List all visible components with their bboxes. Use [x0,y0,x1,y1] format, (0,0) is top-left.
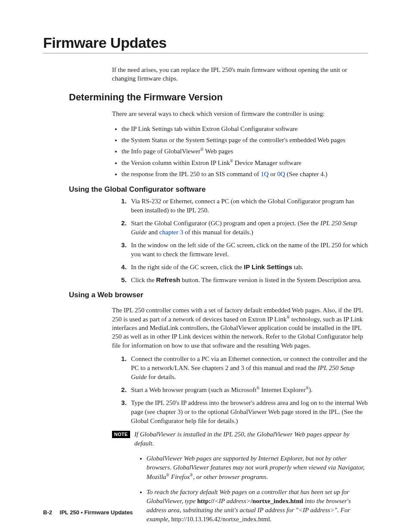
example-url: http://10.13.196.42/nortxe_index.html [171,516,270,523]
link-1q[interactable]: 1Q [261,171,268,177]
link-0q[interactable]: 0Q [277,171,285,177]
text: the response from the IPL 250 to an SIS … [121,171,261,177]
text: , or other browser programs. [193,473,268,480]
text: . [270,516,272,523]
text: Click the [131,277,156,283]
text: In the right side of the GC screen, clic… [131,264,244,271]
ui-element-name: Refresh [156,276,180,283]
note-sublist: GlobalViewer Web pages are supported by … [137,454,368,524]
list-item: the Version column within Extron IP Link… [121,158,368,168]
step-item: Via RS-232 or Ethernet, connect a PC (on… [128,196,368,215]
url-part: /nortxe_index.html [251,498,303,504]
text: Internet Explorer [260,386,306,393]
text: Start a Web browser program (such as Mic… [131,386,256,393]
text: of this manual for details.) [183,229,253,236]
list-item: GlobalViewer Web pages are supported by … [146,454,368,482]
gc-steps: Via RS-232 or Ethernet, connect a PC (on… [116,196,368,285]
url-part: http:// [197,498,215,504]
text: and [147,229,159,236]
web-paragraph: The IPL 250 controller comes with a set … [112,306,368,350]
web-steps: Connect the controller to a PC via an Et… [116,354,368,426]
text: tab. [292,264,303,271]
link-chapter-3[interactable]: chapter 3 [159,229,183,236]
subsection-web: Using a Web browser [69,291,368,299]
text: button. The firmware version is listed i… [180,277,361,283]
note-text: If GlobalViewer is installed in the IPL … [134,430,368,448]
text: the Version column within Extron IP Link [121,159,230,166]
subsection-gc: Using the Global Configurator software [69,185,368,194]
registered-mark: ® [286,315,290,320]
text: the Info page of GlobalViewer [121,148,200,155]
text: (See chapter 4.) [285,171,327,177]
intro-paragraph: If the need arises, you can replace the … [112,65,368,83]
text: <IP address> [215,498,251,504]
page-number: B-2 [43,509,52,516]
registered-mark: ® [305,386,308,390]
registered-mark: ® [256,386,259,390]
page-footer: B-2 IPL 250 • Firmware Updates [43,509,133,516]
text: Firefox [169,473,190,480]
list-item: the response from the IPL 250 to an SIS … [121,170,368,179]
step-item: Connect the controller to a PC via an Et… [128,354,368,382]
text: or [268,171,277,177]
title-divider [43,53,368,53]
section-heading-determining: Determining the Firmware Version [69,92,368,103]
text: Device Manager software [233,159,302,166]
note-block: NOTE If GlobalViewer is installed in the… [112,430,368,448]
text: for details. [147,373,176,380]
list-item: To reach the factory default Web pages o… [146,488,368,524]
registered-mark: ® [190,473,193,477]
footer-text: IPL 250 • Firmware Updates [60,509,133,516]
version-methods-list: the IP Link Settings tab within Extron G… [112,124,368,179]
text: Start the Global Configurator (GC) progr… [131,220,320,227]
registered-mark: ® [230,159,233,163]
step-item: Click the Refresh button. The firmware v… [128,275,368,285]
step-item: In the right side of the GC screen, clic… [128,262,368,272]
list-item: the Info page of GlobalViewer® Web pages [121,146,368,156]
text: Web pages [204,148,234,155]
step-item: Start a Web browser program (such as Mic… [128,385,368,395]
step-item: In the window on the left side of the GC… [128,240,368,259]
step-item: Start the Global Configurator (GC) progr… [128,218,368,237]
registered-mark: ® [200,147,203,152]
step-item: Type the IPL 250's IP address into the b… [128,398,368,426]
page-title: Firmware Updates [43,34,368,51]
list-item: the IP Link Settings tab within Extron G… [121,124,368,134]
ui-element-name: IP Link Settings [244,263,292,271]
note-badge: NOTE [112,431,130,438]
section-intro: There are several ways to check which ve… [112,109,368,118]
list-item: the System Status or the System Settings… [121,136,368,145]
text: ). [309,386,313,393]
